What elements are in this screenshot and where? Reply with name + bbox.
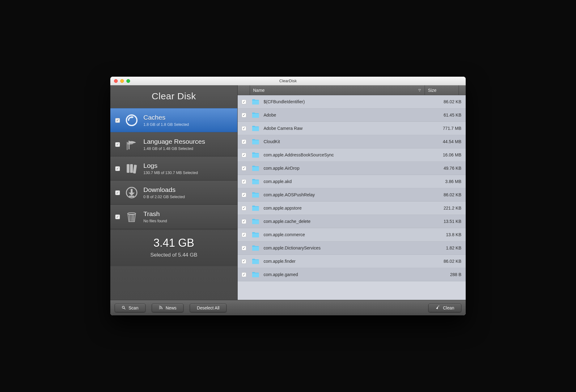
row-checkbox[interactable]: ✓ [242, 179, 246, 184]
row-name: com.apple.appstore [261, 206, 432, 211]
sidebar: Clear Disk ✓ Caches 1.8 GB of 1.8 GB Sel… [110, 85, 238, 300]
file-list-panel: Name ▽ Size ✓ $(CFBundleIdentifier) 86.0… [238, 85, 466, 300]
column-name-label: Name [253, 88, 265, 93]
column-header-size[interactable]: Size [425, 85, 459, 95]
row-size: 13.51 KB [432, 219, 466, 224]
folder-icon [250, 258, 261, 264]
minimize-button[interactable] [120, 79, 124, 83]
folder-icon [250, 99, 261, 105]
table-row[interactable]: ✓ com.apple.AddressBookSourceSync 16.06 … [238, 148, 466, 162]
table-row[interactable]: ✓ com.apple.AOSPushRelay 86.02 KB [238, 188, 466, 202]
row-checkbox[interactable]: ✓ [242, 139, 246, 144]
news-button-label: News [166, 305, 176, 310]
close-button[interactable] [114, 79, 118, 83]
row-checkbox[interactable]: ✓ [242, 113, 246, 117]
row-size: 771.7 MB [432, 126, 466, 131]
row-checkbox[interactable]: ✓ [242, 166, 246, 171]
column-header-checkbox[interactable] [238, 85, 250, 95]
category-subtitle: 0 B of 2.02 GB Selected [143, 195, 185, 199]
table-row[interactable]: ✓ com.apple.appstore 221.2 KB [238, 202, 466, 215]
file-rows[interactable]: ✓ $(CFBundleIdentifier) 86.02 KB ✓ Adobe… [238, 95, 466, 300]
news-button[interactable]: News [152, 304, 184, 312]
rss-icon [159, 305, 163, 310]
sidebar-item-caches[interactable]: ✓ Caches 1.8 GB of 1.8 GB Selected [110, 108, 237, 132]
column-header-name[interactable]: Name ▽ [250, 85, 425, 95]
row-size: 221.2 KB [432, 206, 466, 211]
table-row[interactable]: ✓ com.apple.akd 3.86 MB [238, 175, 466, 188]
row-checkbox[interactable]: ✓ [242, 219, 246, 224]
window-title: ClearDisk [110, 79, 466, 83]
sort-desc-icon: ▽ [418, 88, 421, 92]
row-checkbox[interactable]: ✓ [242, 232, 246, 237]
category-title: Caches [143, 114, 189, 121]
caches-icon [124, 113, 139, 128]
row-name: com.apple.AOSPushRelay [261, 192, 432, 197]
row-size: 16.06 MB [432, 152, 466, 157]
table-row[interactable]: ✓ Adobe Camera Raw 771.7 MB [238, 122, 466, 135]
row-checkbox[interactable]: ✓ [242, 246, 246, 250]
deselect-all-label: Deselect All [197, 305, 219, 310]
category-checkbox[interactable]: ✓ [115, 190, 120, 195]
category-checkbox[interactable]: ✓ [115, 118, 120, 123]
sidebar-item-logs[interactable]: ✓ Logs 130.7 MB of 130.7 MB Selected [110, 156, 237, 181]
row-name: com.apple.gamed [261, 272, 432, 277]
row-name: com.apple.AirDrop [261, 166, 432, 171]
folder-icon [250, 178, 261, 185]
svg-rect-2 [129, 141, 129, 149]
row-name: com.apple.akd [261, 179, 432, 184]
scan-button[interactable]: Scan [115, 304, 146, 312]
svg-rect-6 [133, 165, 137, 174]
clean-button[interactable]: Clean [428, 304, 461, 312]
broom-icon [435, 305, 440, 310]
table-row[interactable]: ✓ com.apple.gamed 288 B [238, 268, 466, 281]
category-checkbox[interactable]: ✓ [115, 166, 120, 171]
folder-icon [250, 165, 261, 171]
category-subtitle: 1.8 GB of 1.8 GB Selected [143, 122, 189, 127]
row-name: CloudKit [261, 139, 432, 144]
category-title: Language Resources [143, 138, 205, 145]
scan-button-label: Scan [129, 305, 138, 310]
svg-line-19 [438, 306, 439, 306]
table-header: Name ▽ Size [238, 85, 466, 95]
table-row[interactable]: ✓ com.apple.DictionaryServices 1.82 KB [238, 241, 466, 255]
sidebar-item-downloads[interactable]: ✓ Downloads 0 B of 2.02 GB Selected [110, 181, 237, 205]
table-row[interactable]: ✓ com.apple.commerce 13.8 KB [238, 228, 466, 241]
row-size: 86.02 KB [432, 259, 466, 264]
svg-rect-5 [130, 164, 133, 173]
table-row[interactable]: ✓ com.apple.AirDrop 49.76 KB [238, 162, 466, 175]
row-name: Adobe Camera Raw [261, 126, 432, 131]
table-row[interactable]: ✓ com.apple.cache_delete 13.51 KB [238, 215, 466, 228]
deselect-all-button[interactable]: Deselect All [190, 304, 227, 312]
svg-rect-10 [129, 196, 134, 197]
row-checkbox[interactable]: ✓ [242, 206, 246, 211]
row-checkbox[interactable]: ✓ [242, 259, 246, 264]
row-checkbox[interactable]: ✓ [242, 100, 246, 104]
row-checkbox[interactable]: ✓ [242, 272, 246, 277]
category-checkbox[interactable]: ✓ [115, 215, 120, 219]
row-name: com.apple.AddressBookSourceSync [261, 152, 432, 157]
table-row[interactable]: ✓ com.apple.finder 86.02 KB [238, 255, 466, 268]
folder-icon [250, 152, 261, 158]
svg-marker-1 [132, 116, 134, 118]
app-title: Clear Disk [110, 85, 237, 108]
row-checkbox[interactable]: ✓ [242, 193, 246, 197]
svg-line-14 [133, 215, 134, 221]
svg-marker-9 [129, 193, 135, 196]
category-title: Trash [143, 210, 167, 218]
table-row[interactable]: ✓ $(CFBundleIdentifier) 86.02 KB [238, 95, 466, 109]
category-checkbox[interactable]: ✓ [115, 142, 120, 147]
row-checkbox[interactable]: ✓ [242, 126, 246, 131]
svg-line-13 [133, 215, 133, 221]
titlebar: ClearDisk [110, 77, 466, 85]
row-size: 61.45 KB [432, 113, 466, 117]
language-icon [124, 137, 139, 152]
row-name: com.apple.DictionaryServices [261, 245, 432, 250]
row-size: 13.8 KB [432, 232, 466, 237]
table-row[interactable]: ✓ CloudKit 44.54 MB [238, 135, 466, 148]
sidebar-item-language-resources[interactable]: ✓ Language Resources 1.48 GB of 1.48 GB … [110, 132, 237, 156]
sidebar-item-trash[interactable]: ✓ Trash No files found [110, 205, 237, 229]
row-checkbox[interactable]: ✓ [242, 153, 246, 157]
category-subtitle: 130.7 MB of 130.7 MB Selected [143, 171, 198, 175]
zoom-button[interactable] [126, 79, 130, 83]
table-row[interactable]: ✓ Adobe 61.45 KB [238, 109, 466, 122]
